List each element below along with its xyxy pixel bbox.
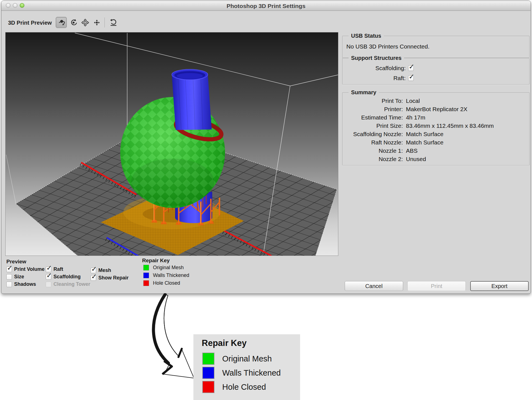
summary-group: Summary Print To:Local Printer:MakerBot … <box>342 92 530 165</box>
print-volume-checkbox[interactable]: ✓ <box>6 267 12 272</box>
export-button[interactable]: Export <box>470 281 529 291</box>
pan-camera-icon <box>81 19 89 26</box>
3d-print-preview-viewport[interactable] <box>5 32 338 256</box>
print-button: Print <box>407 281 466 291</box>
titlebar: Photoshop 3D Print Settings <box>1 1 531 11</box>
callout-item: Walls Thickened <box>202 367 281 379</box>
summary-row: Nozzle 2:Unused <box>342 156 426 162</box>
orbit-camera-icon <box>58 19 65 26</box>
summary-row: Nozzle 1:ABS <box>342 147 418 154</box>
page: Photoshop 3D Print Settings 3D Print Pre… <box>0 0 532 400</box>
summary-title: Summary <box>349 89 379 96</box>
pan-camera-tool-button[interactable] <box>80 17 91 28</box>
hole-closed-swatch-large <box>202 381 214 393</box>
summary-row: Scaffolding Nozzle:Match Surface <box>342 131 443 137</box>
roll-camera-tool-button[interactable] <box>68 17 79 28</box>
preview-option-size[interactable]: Size <box>6 274 24 280</box>
summary-row: Raft Nozzle:Match Surface <box>342 139 443 146</box>
usb-status-message: No USB 3D Printers Connected. <box>346 43 429 50</box>
window-title: Photoshop 3D Print Settings <box>1 3 531 9</box>
summary-row: Print To:Local <box>342 98 420 104</box>
usb-status-group: USB Status No USB 3D Printers Connected. <box>342 36 530 58</box>
print-settings-dialog: Photoshop 3D Print Settings 3D Print Pre… <box>1 1 531 294</box>
toolbar-label: 3D Print Preview <box>8 20 52 26</box>
size-checkbox[interactable] <box>6 274 12 280</box>
cleaning-tower-checkbox <box>46 282 51 287</box>
model-cylinder-top <box>172 69 212 130</box>
shadows-checkbox[interactable] <box>6 282 12 287</box>
reset-camera-tool-button[interactable] <box>108 17 119 28</box>
repair-key-title: Repair Key <box>142 258 170 264</box>
repair-key-item: Hole Closed <box>143 280 180 286</box>
repair-key-item: Original Mesh <box>143 265 184 271</box>
raft-label: Raft: <box>342 75 406 81</box>
original-mesh-swatch <box>143 265 149 271</box>
raft-checkbox[interactable]: ✓ <box>408 75 414 81</box>
walls-thickened-swatch <box>143 272 149 278</box>
preview-option-shadows[interactable]: Shadows <box>6 281 36 287</box>
roll-camera-icon <box>70 19 77 26</box>
support-structures-title: Support Structures <box>349 55 404 61</box>
slide-camera-tool-button[interactable] <box>91 17 102 28</box>
scaffolding-preview-checkbox[interactable]: ✓ <box>46 274 51 280</box>
show-repair-checkbox[interactable]: ✓ <box>91 275 96 281</box>
preview-option-show-repair[interactable]: ✓Show Repair <box>91 275 129 281</box>
orbit-camera-tool-button[interactable] <box>56 17 67 28</box>
walls-thickened-swatch-large <box>202 367 214 379</box>
usb-status-title: USB Status <box>349 33 384 39</box>
callout-title: Repair Key <box>202 338 247 348</box>
preview-option-scaffolding[interactable]: ✓Scaffolding <box>46 274 81 280</box>
cancel-button[interactable]: Cancel <box>345 281 403 291</box>
support-structures-group: Support Structures Scaffolding: ✓ Raft: … <box>342 58 530 85</box>
preview-option-print-volume[interactable]: ✓Print Volume <box>6 266 45 272</box>
callout-item: Hole Closed <box>202 381 266 393</box>
callout-item: Original Mesh <box>202 353 272 365</box>
repair-key-callout: Repair Key Original Mesh Walls Thickened… <box>193 334 300 400</box>
summary-row: Printer:MakerBot Replicator 2X <box>342 106 467 113</box>
scaffolding-label: Scaffolding: <box>342 65 406 72</box>
slide-camera-icon <box>93 19 101 26</box>
preview-option-cleaning-tower: Cleaning Tower <box>46 281 90 287</box>
original-mesh-swatch-large <box>202 353 214 365</box>
3d-scene <box>6 32 338 256</box>
scaffolding-checkbox[interactable]: ✓ <box>408 65 414 71</box>
summary-row: Estimated Time:4h 17m <box>342 114 425 121</box>
summary-row: Print Size:83.46mm x 112.45mm x 83.46mm <box>342 123 494 129</box>
reset-camera-icon <box>110 19 117 26</box>
toolbar-separator <box>104 17 105 27</box>
hole-closed-swatch <box>143 280 149 286</box>
repair-key-item: Walls Thickened <box>143 272 189 278</box>
